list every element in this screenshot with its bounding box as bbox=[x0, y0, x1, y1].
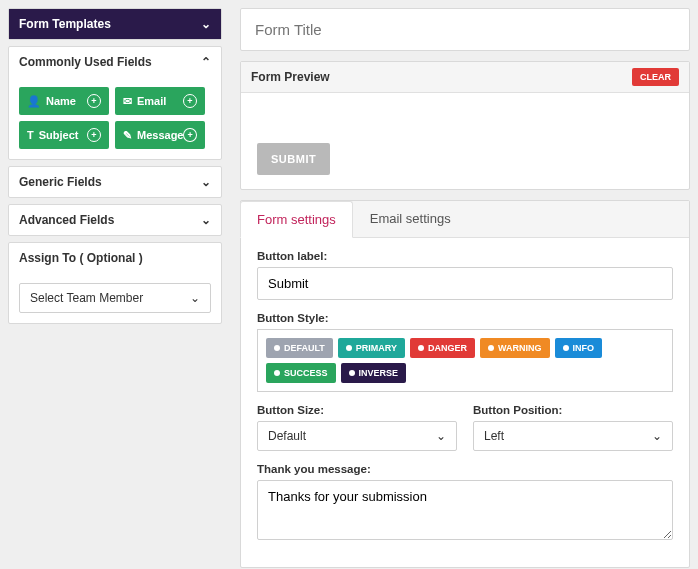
style-text: INFO bbox=[573, 343, 595, 353]
chevron-down-icon: ⌄ bbox=[201, 175, 211, 189]
style-text: SUCCESS bbox=[284, 368, 328, 378]
button-position-value: Left bbox=[484, 429, 504, 443]
team-member-value: Select Team Member bbox=[30, 291, 143, 305]
thank-you-textarea[interactable] bbox=[257, 480, 673, 540]
form-templates-label: Form Templates bbox=[19, 17, 111, 31]
button-size-label: Button Size: bbox=[257, 404, 457, 416]
dot-icon bbox=[274, 370, 280, 376]
style-button-success[interactable]: SUCCESS bbox=[266, 363, 336, 383]
plus-icon: + bbox=[87, 94, 101, 108]
team-member-select[interactable]: Select Team Member ⌄ bbox=[19, 283, 211, 313]
generic-fields-label: Generic Fields bbox=[19, 175, 102, 189]
common-fields-label: Commonly Used Fields bbox=[19, 55, 152, 69]
dot-icon bbox=[349, 370, 355, 376]
field-icon: 👤 bbox=[27, 95, 41, 108]
form-templates-header[interactable]: Form Templates ⌄ bbox=[9, 9, 221, 39]
style-button-inverse[interactable]: INVERSE bbox=[341, 363, 407, 383]
field-icon: T bbox=[27, 129, 34, 141]
button-position-select[interactable]: Left ⌄ bbox=[473, 421, 673, 451]
assign-to-label: Assign To ( Optional ) bbox=[19, 251, 143, 265]
style-text: WARNING bbox=[498, 343, 542, 353]
tab-email-settings[interactable]: Email settings bbox=[354, 201, 467, 237]
common-fields-header[interactable]: Commonly Used Fields ⌃ bbox=[9, 47, 221, 77]
button-style-label: Button Style: bbox=[257, 312, 673, 324]
dot-icon bbox=[488, 345, 494, 351]
field-button-name[interactable]: 👤Name+ bbox=[19, 87, 109, 115]
advanced-fields-label: Advanced Fields bbox=[19, 213, 114, 227]
field-name: Name bbox=[46, 95, 76, 107]
plus-icon: + bbox=[183, 94, 197, 108]
button-size-value: Default bbox=[268, 429, 306, 443]
style-text: DEFAULT bbox=[284, 343, 325, 353]
field-icon: ✉ bbox=[123, 95, 132, 108]
dot-icon bbox=[346, 345, 352, 351]
style-button-warning[interactable]: WARNING bbox=[480, 338, 550, 358]
field-name: Message bbox=[137, 129, 183, 141]
style-button-danger[interactable]: DANGER bbox=[410, 338, 475, 358]
dot-icon bbox=[418, 345, 424, 351]
button-position-label: Button Position: bbox=[473, 404, 673, 416]
submit-preview-button[interactable]: SUBMIT bbox=[257, 143, 330, 175]
button-size-select[interactable]: Default ⌄ bbox=[257, 421, 457, 451]
field-button-subject[interactable]: TSubject+ bbox=[19, 121, 109, 149]
field-name: Email bbox=[137, 95, 166, 107]
field-icon: ✎ bbox=[123, 129, 132, 142]
thank-you-label: Thank you message: bbox=[257, 463, 673, 475]
chevron-down-icon: ⌄ bbox=[201, 17, 211, 31]
style-button-primary[interactable]: PRIMARY bbox=[338, 338, 405, 358]
plus-icon: + bbox=[87, 128, 101, 142]
style-button-default[interactable]: DEFAULT bbox=[266, 338, 333, 358]
advanced-fields-header[interactable]: Advanced Fields ⌄ bbox=[9, 205, 221, 235]
field-button-message[interactable]: ✎Message+ bbox=[115, 121, 205, 149]
field-button-email[interactable]: ✉Email+ bbox=[115, 87, 205, 115]
preview-label: Form Preview bbox=[251, 70, 330, 84]
button-label-input[interactable] bbox=[257, 267, 673, 300]
field-name: Subject bbox=[39, 129, 79, 141]
chevron-down-icon: ⌄ bbox=[436, 429, 446, 443]
style-text: DANGER bbox=[428, 343, 467, 353]
chevron-down-icon: ⌄ bbox=[190, 291, 200, 305]
assign-to-header: Assign To ( Optional ) bbox=[9, 243, 221, 273]
dot-icon bbox=[274, 345, 280, 351]
style-text: INVERSE bbox=[359, 368, 399, 378]
form-title-input[interactable] bbox=[240, 8, 690, 51]
plus-icon: + bbox=[183, 128, 197, 142]
style-text: PRIMARY bbox=[356, 343, 397, 353]
style-button-info[interactable]: INFO bbox=[555, 338, 603, 358]
chevron-up-icon: ⌃ bbox=[201, 55, 211, 69]
generic-fields-header[interactable]: Generic Fields ⌄ bbox=[9, 167, 221, 197]
tab-form-settings[interactable]: Form settings bbox=[240, 201, 353, 238]
button-label-label: Button label: bbox=[257, 250, 673, 262]
clear-button[interactable]: CLEAR bbox=[632, 68, 679, 86]
chevron-down-icon: ⌄ bbox=[652, 429, 662, 443]
chevron-down-icon: ⌄ bbox=[201, 213, 211, 227]
dot-icon bbox=[563, 345, 569, 351]
